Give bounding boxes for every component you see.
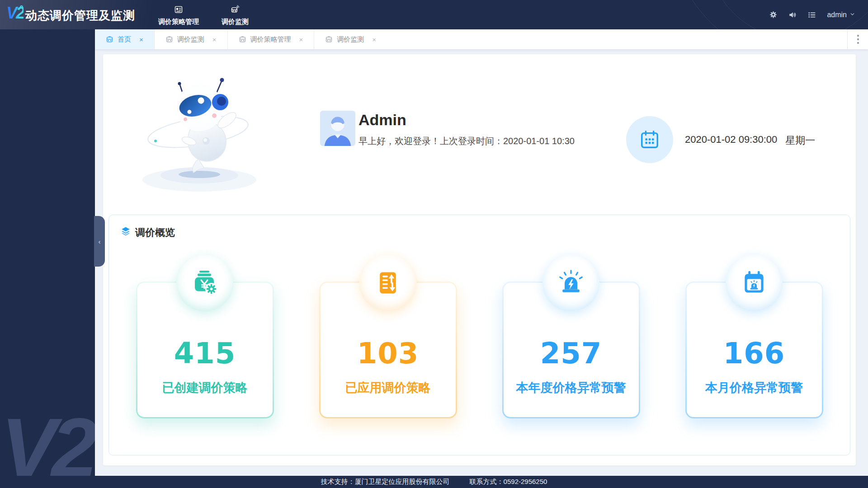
sidebar-watermark-logo: V2	[1, 400, 92, 476]
nav-item-price-monitoring[interactable]: 调价监测	[221, 0, 250, 29]
stat-value: 103	[321, 339, 456, 368]
user-menu[interactable]: admin	[827, 11, 855, 19]
tab-label: 调价策略管理	[250, 35, 291, 44]
sidebar-collapse-handle[interactable]: ‹	[94, 216, 105, 267]
stat-value: 166	[687, 339, 822, 368]
home-panel: Admin 早上好，欢迎登录！上次登录时间：2020-01-01 10:30	[103, 54, 856, 465]
stat-label: 本年度价格异常预警	[504, 380, 639, 396]
robot-mascot-illustration	[138, 72, 260, 196]
tab-price-monitoring[interactable]: 调价监测 ×	[154, 29, 227, 49]
stat-label: 已应用调价策略	[321, 380, 456, 396]
overview-panel: 调价概览	[108, 215, 850, 455]
sidebar: V2	[0, 29, 95, 476]
overview-title: 调价概览	[135, 226, 175, 239]
taxi-icon	[325, 36, 333, 43]
overview-header: 调价概览	[121, 226, 175, 239]
tab-bar: 首页 × 调价监测 × 调价策略管理 ×	[95, 29, 868, 49]
calendar-icon	[626, 116, 673, 163]
close-icon[interactable]: ×	[139, 36, 143, 43]
strategy-created-icon	[176, 254, 233, 311]
header-actions: admin	[769, 0, 855, 29]
list-icon[interactable]	[807, 10, 816, 19]
chevron-down-icon	[849, 11, 855, 19]
tab-home[interactable]: 首页 ×	[95, 29, 154, 49]
taxi-icon	[106, 36, 113, 43]
greeting-block: Admin 早上好，欢迎登录！上次登录时间：2020-01-01 10:30	[359, 111, 575, 147]
layers-icon	[121, 226, 131, 239]
tab-label: 调价监测	[177, 35, 204, 44]
user-display-name: Admin	[359, 111, 575, 129]
taxi-icon	[165, 36, 173, 43]
car-monitor-icon	[231, 5, 240, 16]
header-nav: 调价策略管理 调价监测	[157, 0, 250, 29]
tab-price-monitoring-2[interactable]: 调价监测 ×	[314, 29, 387, 49]
tab-label: 首页	[118, 35, 131, 44]
tab-overflow-menu[interactable]	[847, 29, 868, 49]
close-icon[interactable]: ×	[299, 36, 303, 43]
stat-value: 257	[504, 339, 639, 368]
logo-dot	[20, 5, 23, 9]
strategy-applied-icon	[359, 254, 416, 311]
top-header: V2 动态调价管理及监测 调价策略管理	[0, 0, 868, 29]
tab-label: 调价监测	[337, 35, 364, 44]
weekday-value: 星期一	[785, 134, 815, 147]
avatar	[320, 111, 355, 146]
stat-cards-row: 415 已创建调价策略	[109, 282, 850, 418]
greeting-message: 早上好，欢迎登录！上次登录时间：2020-01-01 10:30	[359, 135, 575, 147]
user-name: admin	[827, 11, 847, 19]
app-root: V2 动态调价管理及监测 调价策略管理	[0, 0, 868, 488]
datetime-value: 2020-01-02 09:30:00	[685, 134, 777, 147]
stat-label: 本月价格异常预警	[687, 380, 822, 396]
close-icon[interactable]: ×	[372, 36, 376, 43]
footer-support-text: 技术支持：厦门卫星定位应用股份有限公司	[321, 478, 450, 486]
sound-icon[interactable]	[788, 10, 797, 19]
stat-card-created-strategies: 415 已创建调价策略	[136, 282, 274, 418]
stat-label: 已创建调价策略	[137, 380, 273, 396]
stat-card-applied-strategies: 103 已应用调价策略	[319, 282, 457, 418]
stat-card-yearly-alerts: 257 本年度价格异常预警	[502, 282, 640, 418]
current-datetime: 2020-01-02 09:30:00 星期一	[685, 134, 815, 147]
footer-contact-text: 联系方式：0592-2956250	[470, 478, 547, 486]
stat-value: 415	[137, 339, 273, 368]
taxi-icon	[239, 36, 246, 43]
main-content: Admin 早上好，欢迎登录！上次登录时间：2020-01-01 10:30	[95, 49, 868, 476]
siren-icon	[542, 254, 599, 311]
nav-item-strategy-management[interactable]: 调价策略管理	[157, 0, 200, 29]
nav-label: 调价监测	[222, 18, 249, 26]
settings-icon[interactable]	[769, 10, 778, 19]
strategy-card-icon	[174, 5, 183, 16]
page-footer: 技术支持：厦门卫星定位应用股份有限公司 联系方式：0592-2956250	[0, 476, 868, 488]
stat-card-monthly-alerts: 166 本月价格异常预警	[685, 282, 823, 418]
calendar-siren-icon	[726, 254, 783, 311]
nav-label: 调价策略管理	[158, 18, 199, 26]
app-title: 动态调价管理及监测	[25, 8, 135, 23]
tab-strategy-management[interactable]: 调价策略管理 ×	[227, 29, 314, 49]
close-icon[interactable]: ×	[212, 36, 217, 43]
